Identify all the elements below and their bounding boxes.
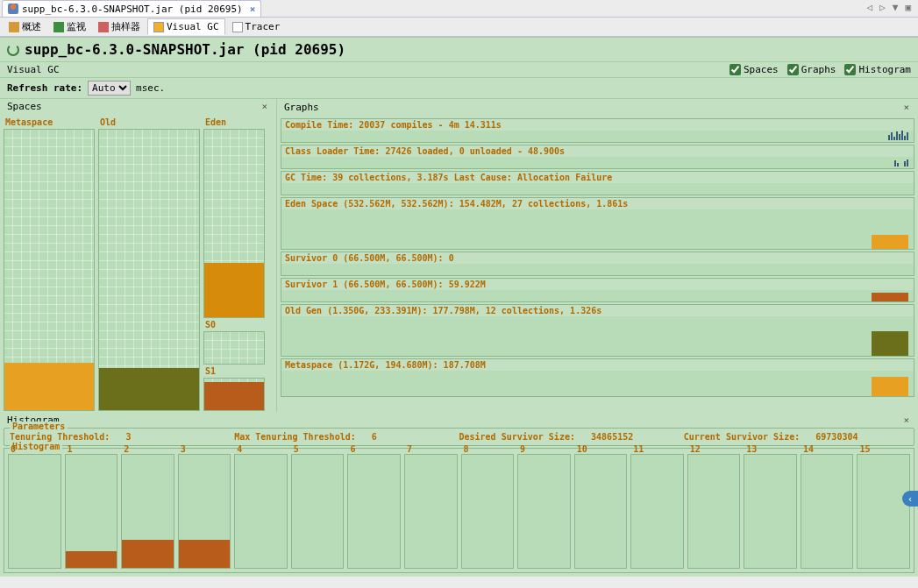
graph-class-loader-label: Class Loader Time: 27426 loaded, 0 unloa… [285, 146, 565, 156]
checkbox-graphs-label: Graphs [801, 64, 836, 75]
top-tab-bar: supp_bc-6.3.0-SNAPSHOT.jar (pid 20695) ×… [0, 0, 918, 18]
graph-compile-time-label: Compile Time: 20037 compiles - 4m 14.311… [285, 120, 502, 130]
bar-icon [872, 377, 908, 396]
graphs-title: Graphs [284, 102, 319, 113]
parameters-fieldset: Parameters Tenuring Threshold: 3 Max Ten… [4, 428, 914, 446]
checkbox-spaces-label: Spaces [744, 64, 779, 75]
tab-sampler-label: 抽样器 [111, 20, 140, 33]
histogram-bin-label: 11 [633, 444, 644, 454]
tab-tracer-label: Tracer [246, 21, 281, 32]
tab-visual-gc-label: Visual GC [167, 21, 219, 32]
histogram-bin-label: 3 [181, 444, 186, 454]
graphs-header: Graphs × [277, 99, 918, 115]
side-handle[interactable]: ‹ [902, 491, 918, 507]
histogram-bin-label: 7 [407, 444, 412, 454]
checkbox-histogram-input[interactable] [844, 64, 856, 75]
histogram-bin: 11 [630, 454, 684, 569]
metaspace-label: Metaspace [4, 117, 95, 127]
graph-old-gen-label: Old Gen (1.350G, 233.391M): 177.798M, 12… [285, 306, 601, 315]
max-tenuring-value: 6 [372, 432, 377, 442]
graph-survivor1-label: Survivor 1 (66.500M, 66.500M): 59.922M [285, 280, 486, 289]
histogram-bin: 5 [291, 454, 345, 569]
main-panels: Spaces × Metaspace Old Eden S0 [0, 99, 918, 412]
graph-compile-time: Compile Time: 20037 compiles - 4m 14.311… [281, 118, 914, 143]
graph-class-loader: Class Loader Time: 27426 loaded, 0 unloa… [281, 145, 914, 169]
sampler-icon [98, 22, 109, 32]
close-tab-icon[interactable]: × [250, 4, 256, 15]
histogram-bin-label: 6 [350, 444, 355, 454]
tab-overview[interactable]: 概述 [4, 18, 46, 35]
histogram-bin-label: 8 [464, 444, 469, 454]
histogram-columns: 0123456789101112131415 [4, 449, 914, 572]
graph-gc-time: GC Time: 39 collections, 3.187s Last Cau… [281, 171, 914, 195]
nav-right-icon[interactable]: ▷ [879, 2, 886, 15]
histogram-close-icon[interactable]: × [901, 414, 911, 426]
file-tab[interactable]: supp_bc-6.3.0-SNAPSHOT.jar (pid 20695) × [2, 0, 261, 17]
tenuring-threshold-value: 3 [125, 432, 131, 442]
histogram-bin-label: 1 [68, 444, 73, 454]
graphs-body: Compile Time: 20037 compiles - 4m 14.311… [277, 115, 918, 412]
bar-icon [872, 293, 908, 301]
histogram-bin-label: 15 [859, 444, 870, 454]
spaces-close-icon[interactable]: × [260, 101, 269, 112]
sparkline-icon [888, 131, 908, 140]
window-nav: ◁ ▷ ▼ ▣ [860, 0, 919, 17]
nav-menu-icon[interactable]: ▣ [905, 2, 911, 15]
page-title-row: supp_bc-6.3.0-SNAPSHOT.jar (pid 20695) [0, 37, 918, 62]
graph-eden-space-label: Eden Space (532.562M, 532.562M): 154.482… [285, 199, 628, 209]
refresh-row: Refresh rate: Auto msec. [0, 78, 918, 99]
histogram-bin: 0 [8, 454, 61, 569]
desired-survivor-label: Desired Survivor Size: [459, 432, 575, 442]
checkbox-histogram-label: Histogram [858, 64, 911, 75]
tab-monitor[interactable]: 监视 [48, 18, 91, 35]
histogram-bin: 12 [687, 454, 741, 569]
graph-eden-space: Eden Space (532.562M, 532.562M): 154.482… [281, 197, 914, 250]
histogram-bin: 3 [178, 454, 231, 569]
tab-tracer[interactable]: Tracer [227, 19, 286, 34]
refresh-unit: msec. [136, 82, 165, 94]
visual-gc-row: Visual GC Spaces Graphs Histogram [0, 62, 918, 78]
histogram-bin-label: 5 [294, 444, 299, 454]
graphs-panel: Graphs × Compile Time: 20037 compiles - … [277, 99, 918, 412]
histogram-bin-label: 12 [690, 444, 701, 454]
reload-icon[interactable] [7, 44, 19, 56]
current-survivor-label: Current Survivor Size: [684, 432, 800, 442]
visual-gc-icon [153, 22, 164, 32]
java-icon [8, 4, 18, 14]
monitor-icon [53, 22, 64, 32]
histogram-bin: 4 [234, 454, 288, 569]
histogram-bin: 6 [347, 454, 401, 569]
graphs-close-icon[interactable]: × [901, 102, 911, 113]
checkbox-histogram[interactable]: Histogram [844, 64, 911, 75]
tab-visual-gc[interactable]: Visual GC [147, 18, 225, 35]
graph-old-gen: Old Gen (1.350G, 233.391M): 177.798M, 12… [281, 304, 914, 357]
histogram-bin-label: 13 [746, 444, 757, 454]
histogram-bin-fill [66, 551, 117, 568]
nav-left-icon[interactable]: ◁ [867, 2, 873, 15]
histogram-bin-label: 9 [520, 444, 525, 454]
histogram-bin: 2 [121, 454, 174, 569]
checkbox-graphs[interactable]: Graphs [787, 64, 836, 75]
refresh-label: Refresh rate: [7, 82, 82, 94]
checkbox-spaces-input[interactable] [729, 64, 741, 75]
page-title: supp_bc-6.3.0-SNAPSHOT.jar (pid 20695) [25, 41, 345, 58]
histogram-bin-label: 14 [803, 444, 814, 454]
histogram-bin: 7 [404, 454, 458, 569]
max-tenuring-label: Max Tenuring Threshold: [234, 432, 355, 442]
tab-sampler[interactable]: 抽样器 [93, 18, 146, 35]
histogram-bin: 14 [801, 454, 854, 569]
histogram-header: Histogram × [0, 412, 918, 428]
refresh-select[interactable]: Auto [88, 81, 131, 96]
histogram-bin: 8 [461, 454, 515, 569]
sub-tab-bar: 概述 监视 抽样器 Visual GC Tracer [0, 18, 918, 37]
graph-survivor0-label: Survivor 0 (66.500M, 66.500M): 0 [285, 253, 454, 263]
checkbox-graphs-input[interactable] [787, 64, 799, 75]
histogram-bin-label: 2 [124, 444, 129, 454]
current-survivor-value: 69730304 [815, 432, 858, 442]
histogram-bin-label: 4 [237, 444, 242, 454]
tenuring-threshold-label: Tenuring Threshold: [10, 432, 110, 442]
checkbox-spaces[interactable]: Spaces [729, 64, 779, 75]
nav-down-icon[interactable]: ▼ [893, 2, 899, 15]
overview-icon [9, 22, 19, 32]
spaces-title: Spaces [7, 101, 42, 112]
